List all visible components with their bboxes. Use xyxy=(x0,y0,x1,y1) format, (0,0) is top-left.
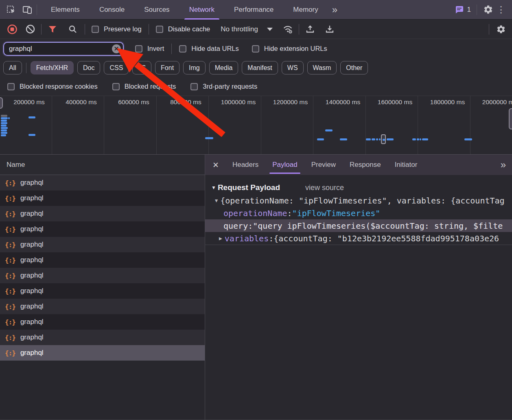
chip-font[interactable]: Font xyxy=(155,61,179,74)
close-details-icon[interactable]: ✕ xyxy=(205,160,225,170)
chip-css[interactable]: CSS xyxy=(104,61,129,74)
preserve-log-checkbox[interactable] xyxy=(92,26,99,33)
name-column-header[interactable]: Name xyxy=(0,155,205,175)
payload-entry-operation-name[interactable]: operationName: "ipFlowTimeseries" xyxy=(205,207,512,219)
blocked-requests-checkbox[interactable] xyxy=(112,83,120,90)
third-party-requests-checkbox[interactable] xyxy=(190,83,198,90)
dropdown-arrow-icon xyxy=(267,28,273,31)
expand-triangle-icon[interactable]: ▼ xyxy=(215,198,218,203)
payload-key: query xyxy=(223,221,248,231)
tab-label: Memory xyxy=(293,6,318,14)
request-name: graphql xyxy=(20,256,44,264)
disable-cache-label: Disable cache xyxy=(168,25,210,33)
request-bar xyxy=(317,138,324,140)
disable-cache-checkbox[interactable] xyxy=(156,26,163,33)
disable-cache-checkbox-group[interactable]: Disable cache xyxy=(156,25,210,33)
request-bar xyxy=(422,138,428,140)
invert-checkbox[interactable] xyxy=(135,45,142,52)
request-row[interactable]: {:}graphql xyxy=(0,252,205,268)
timeline-tick: 1800000 ms xyxy=(421,98,474,106)
chip-all[interactable]: All xyxy=(3,61,22,74)
payload-entry-query[interactable]: query: "query ipFlowTimeseries($accountT… xyxy=(205,219,512,232)
network-conditions-icon[interactable] xyxy=(282,24,293,35)
tab-network[interactable]: Network xyxy=(179,0,224,20)
request-row[interactable]: {:}graphql xyxy=(0,268,205,283)
detail-tab-payload[interactable]: Payload xyxy=(265,155,304,175)
request-row-selected[interactable]: {:}graphql xyxy=(0,345,205,361)
tab-console[interactable]: Console xyxy=(90,0,134,20)
chip-fetch-xhr[interactable]: Fetch/XHR xyxy=(31,61,74,74)
export-har-icon[interactable] xyxy=(324,24,335,35)
record-network-log-icon[interactable] xyxy=(7,24,18,35)
throttling-dropdown[interactable]: No throttling xyxy=(221,25,273,33)
payload-root-row[interactable]: ▼ {operationName: "ipFlowTimeseries", va… xyxy=(205,194,512,207)
hide-extension-urls-checkbox-group[interactable]: Hide extension URLs xyxy=(252,45,327,52)
detail-tab-response[interactable]: Response xyxy=(343,155,388,175)
device-toolbar-icon[interactable] xyxy=(22,4,33,15)
invert-checkbox-group[interactable]: Invert xyxy=(135,45,164,52)
blocked-response-cookies-checkbox-group[interactable]: Blocked response cookies xyxy=(7,83,98,90)
request-row[interactable]: {:}graphql xyxy=(0,283,205,299)
chip-doc[interactable]: Doc xyxy=(77,61,100,74)
detail-tab-preview[interactable]: Preview xyxy=(304,155,343,175)
request-row[interactable]: {:}graphql xyxy=(0,299,205,314)
request-bar xyxy=(28,116,35,118)
request-row[interactable]: {:}graphql xyxy=(0,175,205,190)
filter-funnel-icon[interactable] xyxy=(47,24,58,35)
detail-tab-headers[interactable]: Headers xyxy=(225,155,265,175)
third-party-requests-checkbox-group[interactable]: 3rd-party requests xyxy=(190,83,257,90)
hide-extension-urls-checkbox[interactable] xyxy=(252,45,259,52)
request-bar xyxy=(1,127,8,129)
collapse-triangle-icon[interactable]: ▼ xyxy=(211,185,216,190)
json-request-icon: {:} xyxy=(5,334,15,341)
request-payload-section-header[interactable]: ▼ Request Payload view source xyxy=(205,181,512,194)
issues-message-icon[interactable] xyxy=(454,4,464,15)
more-tabs-icon[interactable]: » xyxy=(328,4,340,15)
request-row[interactable]: {:}graphql xyxy=(0,330,205,345)
clear-network-log-icon[interactable] xyxy=(25,24,35,35)
tab-sources[interactable]: Sources xyxy=(134,0,179,20)
import-har-icon[interactable] xyxy=(305,24,315,35)
kebab-menu-icon[interactable]: ⋮ xyxy=(493,4,509,15)
chip-other[interactable]: Other xyxy=(340,61,368,74)
hide-data-urls-checkbox[interactable] xyxy=(179,45,186,52)
chip-manifest[interactable]: Manifest xyxy=(242,61,278,74)
search-icon[interactable] xyxy=(68,24,78,35)
preserve-log-checkbox-group[interactable]: Preserve log xyxy=(92,25,142,33)
chip-js[interactable]: JS xyxy=(132,61,151,74)
hide-data-urls-checkbox-group[interactable]: Hide data URLs xyxy=(179,45,238,52)
chip-ws[interactable]: WS xyxy=(282,61,304,74)
request-row[interactable]: {:}graphql xyxy=(0,190,205,206)
settings-gear-icon[interactable] xyxy=(483,4,493,15)
network-overview-timeline[interactable]: 200000 ms 400000 ms 600000 ms 800000 ms … xyxy=(0,96,512,155)
request-bar xyxy=(420,138,421,140)
request-row[interactable]: {:}graphql xyxy=(0,221,205,237)
request-row[interactable]: {:}graphql xyxy=(0,206,205,221)
overview-right-handle[interactable] xyxy=(509,108,512,129)
detail-tab-initiator[interactable]: Initiator xyxy=(388,155,424,175)
request-bar xyxy=(1,134,6,136)
tab-memory[interactable]: Memory xyxy=(283,0,328,20)
overview-left-handle[interactable] xyxy=(0,97,3,109)
request-name: graphql xyxy=(20,271,44,280)
tab-label: Network xyxy=(189,6,214,14)
filter-row: ✕ Invert Hide data URLs Hide extension U… xyxy=(0,39,512,58)
clear-filter-icon[interactable]: ✕ xyxy=(112,44,121,53)
advanced-filter-row: Blocked response cookies Blocked request… xyxy=(0,77,512,96)
more-detail-tabs-icon[interactable]: » xyxy=(497,159,512,171)
request-row[interactable]: {:}graphql xyxy=(0,314,205,330)
blocked-response-cookies-checkbox[interactable] xyxy=(7,83,15,90)
view-source-toggle[interactable]: view source xyxy=(305,184,344,192)
filter-input[interactable] xyxy=(3,42,124,56)
chip-media[interactable]: Media xyxy=(209,61,238,74)
network-settings-gear-icon[interactable] xyxy=(496,24,506,35)
chip-wasm[interactable]: Wasm xyxy=(307,61,337,74)
blocked-requests-checkbox-group[interactable]: Blocked requests xyxy=(112,83,176,90)
request-row[interactable]: {:}graphql xyxy=(0,237,205,252)
chip-img[interactable]: Img xyxy=(183,61,206,74)
payload-entry-variables[interactable]: ▶ variables: {accountTag: "b12e3b2192ee5… xyxy=(205,232,512,245)
expand-triangle-icon[interactable]: ▶ xyxy=(219,235,222,241)
tab-performance[interactable]: Performance xyxy=(224,0,283,20)
tab-elements[interactable]: Elements xyxy=(41,0,90,20)
inspect-element-icon[interactable] xyxy=(6,4,16,15)
